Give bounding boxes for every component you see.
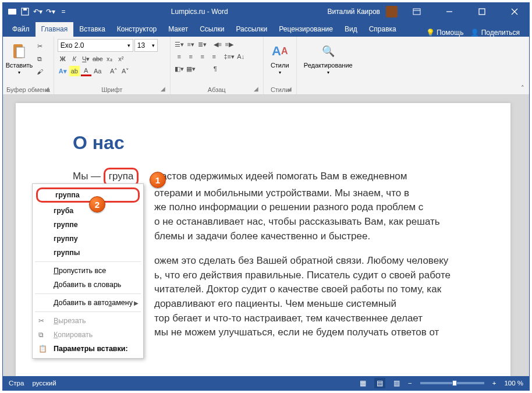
chevron-right-icon: ▶: [134, 300, 139, 306]
borders-icon[interactable]: ▦▾: [186, 63, 196, 74]
read-mode-icon[interactable]: ▦: [360, 379, 366, 387]
tab-insert[interactable]: Вставка: [73, 22, 111, 37]
zoom-in-button[interactable]: +: [492, 380, 496, 387]
justify-icon[interactable]: ≡: [209, 51, 219, 62]
strike-button[interactable]: abc: [93, 54, 103, 64]
styles-button[interactable]: AA Стили▾: [267, 39, 293, 77]
grow-font-button[interactable]: A˄: [109, 66, 119, 76]
tab-view[interactable]: Вид: [339, 22, 363, 37]
styles-icon: AA: [271, 42, 289, 61]
font-color-button[interactable]: A: [81, 66, 91, 76]
numbering-icon[interactable]: ≡▾: [186, 39, 196, 49]
titlebar: ↶▾ ↷▾ = Lumpics.ru - Word Виталий Каиров: [3, 3, 529, 20]
tab-design[interactable]: Конструктор: [111, 22, 162, 37]
line-spacing-icon[interactable]: ‡≡▾: [224, 51, 235, 62]
add-to-dictionary[interactable]: Добавить в словарь: [33, 278, 143, 292]
group-clipboard: Вставить ▾ ✂ ⧉ 🖌 Буфер обмена ◢: [3, 37, 54, 94]
cut-icon: ✂: [38, 317, 47, 325]
word-logo: [8, 7, 17, 16]
document-area: О нас Мы — група xxxxастов одержимых иде…: [3, 95, 529, 376]
subscript-button[interactable]: x₂: [104, 54, 115, 64]
minimize-button[interactable]: [436, 3, 463, 20]
qat-dropdown-icon[interactable]: =: [59, 7, 68, 16]
svg-rect-7: [479, 9, 485, 15]
share-button[interactable]: 👤 Поделиться: [470, 29, 520, 37]
doc-heading: О нас: [73, 132, 464, 154]
zoom-slider[interactable]: [420, 382, 484, 384]
suggestion-1[interactable]: группа: [36, 187, 140, 203]
tab-layout[interactable]: Макет: [162, 22, 194, 37]
cut-icon[interactable]: ✂: [34, 41, 45, 51]
decrease-indent-icon[interactable]: ◀≡: [212, 39, 223, 49]
align-right-icon[interactable]: ≡: [197, 51, 208, 62]
tab-help[interactable]: Справка: [363, 22, 402, 37]
group-font: Exo 2.0▾ 13▾ Ж К Ч▾ abc x₂ x² A▾ ab A Aa: [54, 37, 171, 94]
collapse-ribbon-icon[interactable]: ˄: [516, 82, 529, 94]
copy-icon[interactable]: ⧉: [34, 54, 45, 64]
italic-button[interactable]: К: [69, 54, 80, 64]
styles-launcher[interactable]: ◢: [287, 86, 294, 93]
skip-all[interactable]: Пропустить все: [33, 264, 143, 278]
sort-icon[interactable]: A↓: [236, 51, 246, 62]
font-name-combo[interactable]: Exo 2.0▾: [58, 39, 133, 52]
paste-options-item[interactable]: 📋Параметры вставки:: [33, 342, 143, 356]
status-page[interactable]: Стра: [9, 380, 24, 387]
paste-icon: 📋: [38, 345, 47, 353]
align-center-icon[interactable]: ≡: [186, 51, 196, 62]
tab-file[interactable]: Файл: [6, 22, 36, 37]
shading-icon[interactable]: ◧▾: [174, 63, 185, 74]
svg-rect-4: [413, 9, 420, 15]
zoom-level[interactable]: 100 %: [504, 380, 523, 387]
undo-icon[interactable]: ↶▾: [33, 7, 42, 16]
window-title: Lumpics.ru - Word: [73, 8, 326, 16]
suggestion-3[interactable]: группе: [33, 218, 143, 232]
tell-me[interactable]: 💡 Помощь: [426, 29, 464, 37]
suggestion-2[interactable]: груба: [33, 204, 143, 218]
svg-rect-1: [8, 9, 16, 15]
tab-references[interactable]: Ссылки: [194, 22, 230, 37]
highlight-button[interactable]: ab: [69, 66, 80, 76]
editing-button[interactable]: 🔍 Редактирование▾: [300, 39, 356, 77]
avatar[interactable]: [386, 6, 398, 17]
paste-button[interactable]: Вставить ▾: [6, 39, 32, 77]
paste-icon: [10, 42, 29, 61]
user-name[interactable]: Виталий Каиров: [327, 8, 380, 16]
align-left-icon[interactable]: ≡: [174, 51, 185, 62]
increase-indent-icon[interactable]: ≡▶: [224, 39, 235, 49]
save-icon[interactable]: [20, 7, 30, 16]
text-effects-button[interactable]: A▾: [58, 66, 68, 76]
redo-icon[interactable]: ↷▾: [46, 7, 55, 16]
tab-mailings[interactable]: Рассылки: [230, 22, 273, 37]
maximize-button[interactable]: [469, 3, 495, 20]
format-painter-icon[interactable]: 🖌: [34, 66, 45, 77]
tab-review[interactable]: Рецензирование: [273, 22, 339, 37]
font-launcher[interactable]: ◢: [161, 86, 168, 93]
add-to-autocorrect[interactable]: Добавить в автозамену▶: [33, 296, 143, 310]
shrink-font-button[interactable]: A˅: [120, 66, 131, 76]
svg-rect-11: [16, 47, 24, 58]
suggestion-4[interactable]: группу: [33, 232, 143, 246]
close-button[interactable]: [501, 3, 528, 20]
zoom-out-button[interactable]: −: [408, 380, 412, 387]
font-size-combo[interactable]: 13▾: [134, 39, 158, 52]
print-layout-icon[interactable]: ▤: [374, 378, 385, 388]
status-language[interactable]: русский: [32, 380, 56, 387]
tab-home[interactable]: Главная: [36, 22, 74, 37]
ribbon-tabs: Файл Главная Вставка Конструктор Макет С…: [3, 20, 529, 37]
bullets-icon[interactable]: ☰▾: [174, 39, 185, 49]
web-layout-icon[interactable]: ▥: [393, 379, 400, 387]
spellcheck-context-menu: группа груба группе группу группы Пропус…: [32, 183, 144, 359]
find-icon: 🔍: [319, 42, 338, 61]
ribbon-display-options-icon[interactable]: [403, 3, 430, 20]
suggestion-5[interactable]: группы: [33, 246, 143, 260]
clipboard-launcher[interactable]: ◢: [44, 86, 51, 93]
paragraph-launcher[interactable]: ◢: [254, 86, 261, 93]
change-case-button[interactable]: Aa: [93, 66, 103, 76]
svg-rect-3: [23, 8, 27, 10]
bold-button[interactable]: Ж: [58, 54, 68, 64]
callout-2: 2: [89, 196, 105, 213]
superscript-button[interactable]: x²: [116, 54, 126, 64]
show-marks-icon[interactable]: ¶: [210, 63, 221, 74]
multilevel-icon[interactable]: ≣▾: [197, 39, 208, 49]
underline-button[interactable]: Ч▾: [81, 54, 91, 64]
